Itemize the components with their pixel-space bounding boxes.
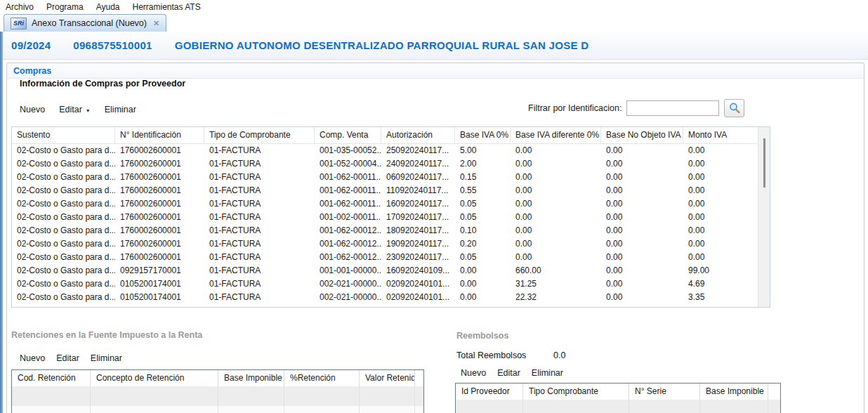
table-cell: 02-Costo o Gasto para d... (12, 237, 115, 251)
retenciones-eliminar-button[interactable]: Eliminar (91, 353, 122, 363)
table-cell: 0.00 (511, 171, 601, 184)
table-cell: 0105200174001 (115, 291, 204, 304)
table-cell: 1760002600001 (115, 171, 204, 184)
col-identificacion[interactable]: N° Identificación (115, 127, 204, 143)
table-cell: 001-062-00011... (315, 171, 381, 184)
col-concepto-retencion[interactable]: Concepto de Retención (91, 370, 218, 386)
table-cell: 190920240117... (381, 237, 455, 251)
reembolsos-editar-button[interactable]: Editar (497, 368, 520, 378)
retenciones-nuevo-button[interactable]: Nuevo (20, 353, 45, 363)
table-cell: 0.00 (455, 291, 511, 304)
table-row[interactable]: 02-Costo o Gasto para d...09291571700010… (12, 264, 758, 277)
table-cell: 1760002600001 (115, 197, 204, 211)
col-base-imponible[interactable]: Base Imponible (218, 370, 284, 386)
col-comp-venta[interactable]: Comp. Venta (315, 127, 381, 143)
table-cell: 001-062-00012... (315, 224, 381, 237)
table-row[interactable]: 02-Costo o Gasto para d...01052001740010… (12, 277, 758, 291)
table-cell: 0.00 (683, 171, 758, 184)
table-cell: 020920240101... (381, 277, 455, 291)
table-cell: 001-062-00012... (315, 237, 381, 251)
col-valor-retenido[interactable]: Valor Retenido (360, 370, 415, 386)
table-cell: 1760002600001 (115, 211, 204, 224)
table-row[interactable]: 02-Costo o Gasto para d...17600026000010… (12, 237, 758, 251)
table-cell: 001-062-00011... (315, 197, 381, 211)
table-cell: 0.00 (601, 171, 683, 184)
table-cell: 0.00 (601, 197, 683, 211)
menu-herramientas-ats[interactable]: Herramientas ATS (133, 2, 201, 12)
scrollbar-thumb[interactable] (763, 138, 765, 188)
compras-editar-button[interactable]: Editar▼ (59, 105, 91, 114)
taxpayer-header: 09/2024 0968575510001 GOBIERNO AUTONOMO … (3, 32, 868, 60)
retenciones-section-label: Retenciones en la Fuente Impuesto a la R… (11, 330, 202, 340)
table-row[interactable]: 02-Costo o Gasto para d...17600026000010… (12, 224, 758, 237)
search-button[interactable] (724, 99, 744, 117)
tab-close-icon[interactable]: ✕ (153, 19, 159, 28)
filter-input[interactable] (626, 100, 719, 116)
table-row[interactable]: 02-Costo o Gasto para d...17600026000010… (12, 171, 758, 184)
compras-table-header: Sustento N° Identificación Tipo de Compr… (12, 127, 758, 144)
table-cell: 0.00 (511, 237, 601, 251)
table-cell: 001-001-00000... (315, 264, 381, 277)
table-row[interactable]: 02-Costo o Gasto para d...01052001740010… (12, 291, 758, 304)
table-cell: 1760002600001 (115, 237, 204, 251)
col-base-imponible-reembolso[interactable]: Base Imponible (700, 383, 768, 400)
table-cell: 001-002-00011... (315, 211, 381, 224)
table-row[interactable]: 02-Costo o Gasto para d...17600026000010… (12, 144, 758, 157)
col-base-iva-0[interactable]: Base IVA 0% (455, 127, 511, 143)
col-tipo-comprobante[interactable]: Tipo de Comprobante (204, 127, 315, 143)
table-cell: 0.00 (601, 237, 683, 251)
table-row[interactable]: 02-Costo o Gasto para d...17600026000010… (12, 251, 758, 264)
vertical-scrollbar[interactable] (758, 127, 770, 307)
table-cell: 0.00 (683, 184, 758, 197)
chevron-down-icon[interactable]: ▼ (86, 108, 91, 113)
empty-row-stripe (12, 387, 423, 406)
col-base-iva-diferente-0[interactable]: Base IVA diferente 0% (511, 127, 601, 143)
table-row[interactable]: 02-Costo o Gasto para d...17600026000010… (12, 197, 758, 211)
compras-section-label[interactable]: Compras (7, 63, 864, 79)
table-cell: 1760002600001 (115, 144, 204, 157)
table-cell: 02-Costo o Gasto para d... (12, 211, 115, 224)
table-cell: 060920240117... (381, 171, 455, 184)
retenciones-editar-button[interactable]: Editar (56, 353, 79, 363)
compras-nuevo-button[interactable]: Nuevo (20, 105, 45, 114)
col-cod-retencion[interactable]: Cod. Retención (12, 370, 91, 386)
table-cell: 170920240117... (381, 211, 455, 224)
col-pct-retencion[interactable]: %Retención (284, 370, 360, 386)
table-cell: 0.00 (455, 277, 511, 291)
table-cell: 02-Costo o Gasto para d... (12, 197, 115, 211)
col-sustento[interactable]: Sustento (12, 127, 115, 143)
col-autorizacion[interactable]: Autorización (381, 127, 455, 143)
reembolsos-eliminar-button[interactable]: Eliminar (532, 368, 563, 378)
tab-anexo-transaccional[interactable]: SRi Anexo Transaccional (Nuevo) ✕ (4, 14, 166, 32)
compras-toolbar: Nuevo Editar▼ Eliminar (20, 105, 136, 114)
table-cell: 01-FACTURA (204, 291, 315, 304)
col-n-serie[interactable]: N° Serie (629, 383, 700, 400)
table-cell: 250920240117... (381, 144, 455, 157)
reembolsos-nuevo-button[interactable]: Nuevo (461, 368, 486, 378)
compras-eliminar-button[interactable]: Eliminar (105, 105, 136, 114)
table-cell: 0.00 (601, 264, 683, 277)
table-cell: 0.00 (511, 224, 601, 237)
menu-archivo[interactable]: Archivo (6, 2, 34, 12)
col-base-no-objeto-iva[interactable]: Base No Objeto IVA (601, 127, 683, 143)
col-monto-iva[interactable]: Monto IVA (683, 127, 758, 143)
table-cell: 0929157170001 (115, 264, 204, 277)
col-id-proveedor[interactable]: Id Proveedor (456, 383, 523, 400)
table-row[interactable]: 02-Costo o Gasto para d...17600026000010… (12, 184, 758, 197)
col-extra (768, 383, 780, 400)
table-row[interactable]: 02-Costo o Gasto para d...17600026000010… (12, 157, 758, 171)
retenciones-toolbar: Nuevo Editar Eliminar (20, 353, 122, 363)
table-cell: 0.00 (601, 224, 683, 237)
menu-ayuda[interactable]: Ayuda (96, 2, 120, 12)
table-cell: 0.00 (511, 197, 601, 211)
col-tipo-comprobante-reembolso[interactable]: Tipo Comprobante (523, 383, 629, 400)
table-cell: 0.00 (683, 144, 758, 157)
table-cell: 01-FACTURA (204, 157, 315, 171)
table-cell: 0.00 (683, 237, 758, 251)
app-menubar: Archivo Programa Ayuda Herramientas ATS (0, 0, 868, 13)
table-cell: 002-021-00000... (315, 277, 381, 291)
menu-programa[interactable]: Programa (46, 2, 84, 12)
table-row[interactable]: 02-Costo o Gasto para d...17600026000010… (12, 211, 758, 224)
table-cell: 1760002600001 (115, 157, 204, 171)
table-cell: 4.69 (683, 277, 758, 291)
